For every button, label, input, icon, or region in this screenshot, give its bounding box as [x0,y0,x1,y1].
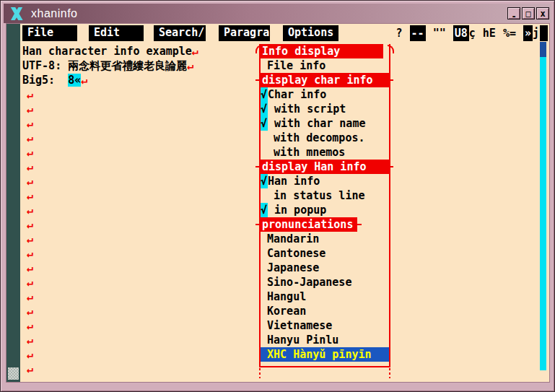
return-mark-icon: ↵ [27,160,33,173]
window-title: xhaninfo [31,7,78,20]
menu-section-pronunciations: pronunciations [261,217,357,232]
return-mark-icon: ↵ [27,362,33,375]
menu-section-info-display: Info display [261,44,383,58]
menu-item-korean[interactable]: Korean [261,304,389,318]
indicator-item[interactable]: "" [433,25,446,41]
menu-item-with-mnemos[interactable]: with mnemos [261,145,389,160]
right-scrollbar-thumb[interactable] [540,42,546,57]
indicator-item[interactable]: » [523,25,533,41]
menu-item-with-char-name[interactable]: √ with char name [261,116,389,131]
text-cursor [540,25,548,41]
menu-item-vietnamese[interactable]: Vietnamese [261,318,389,333]
menu-item-han-info[interactable]: √Han info [261,174,389,188]
menu-item-label: Sino-Japanese [261,276,351,289]
line-text: Han character info example [22,45,192,58]
close-button[interactable]: x [536,7,549,19]
return-mark-icon: ↵ [81,74,87,87]
menu-item-file-info[interactable]: File info [261,58,389,73]
menu-item-xhc-h-ny-p-ny-n[interactable]: XHC Hànyǔ pīnyīn [261,347,389,362]
menu-dashed-border [389,368,390,378]
client-area: FileEditSearch/ParagraOptions?--""U8çhE%… [6,24,549,382]
return-mark-icon: ↵ [27,204,33,217]
indicator-he[interactable]: hE [483,25,496,41]
menu-item-in-popup[interactable]: √ in popup [261,203,389,217]
menu-dashed-border [259,368,261,378]
menu-item-label: Han info [268,175,320,188]
menu-bar: FileEditSearch/ParagraOptions?--""U8çhE%… [20,24,549,42]
left-scrollbar-thumb[interactable] [8,367,19,380]
window-controls: -□x [507,7,549,19]
return-mark-icon: ↵ [27,103,33,116]
menu-item-hangul[interactable]: Hangul [261,289,389,304]
menu-item-mandarin[interactable]: Mandarin [261,232,389,246]
return-mark-icon: ↵ [27,131,33,144]
close-icon: x [540,9,545,18]
return-mark-icon: ↵ [27,305,33,318]
menu-item-with-decompos[interactable]: with decompos. [261,131,389,145]
menu-item-label: XHC Hànyǔ pīnyīn [261,348,372,361]
indicator-item[interactable]: ? [396,25,403,41]
menu-section-display-han-info: display Han info [261,160,389,174]
menu-item-sino-japanese[interactable]: Sino-Japanese [261,275,389,289]
checkmark-icon: √ [261,116,268,131]
menu-button-search[interactable]: Search/ [154,25,206,41]
menu-border-tick [389,79,393,81]
minimize-icon: - [511,12,516,21]
return-mark-icon: ↵ [27,319,33,332]
menu-button-options[interactable]: Options [283,25,338,41]
return-mark-icon: ↵ [192,45,198,58]
menu-button-file[interactable]: File [22,25,77,41]
menu-border-tick [255,224,260,225]
options-dropdown-menu: Info display File infodisplay char info√… [259,44,390,367]
line-text: Big5: [22,74,68,87]
menu-item-label: with char name [268,117,365,130]
menu-border-tick [255,166,260,167]
return-mark-icon: ↵ [27,218,33,231]
indicator-j[interactable]: j [533,25,539,41]
menu-item-cantonese[interactable]: Cantonese [261,246,389,261]
return-mark-icon: ↵ [27,146,33,159]
menu-border-tick [357,224,362,225]
menu-item-in-status-line[interactable]: in status line [261,188,389,203]
return-mark-icon: ↵ [27,88,33,101]
menu-item-label: Cantonese [261,247,325,260]
return-mark-icon: ↵ [27,117,33,130]
menu-item-label: Vietnamese [261,319,332,332]
checkmark-icon: √ [261,87,268,102]
menu-item-char-info[interactable]: √Char info [261,87,389,102]
menu-item-label: in status line [261,189,365,202]
menu-item-label: File info [261,59,325,72]
menu-item-hanyu-pinlu[interactable]: Hanyu Pinlu [261,333,389,347]
menu-button-edit[interactable]: Edit [89,25,144,41]
minimize-button[interactable]: - [507,7,520,19]
indicator-item[interactable]: -- [410,25,426,41]
right-scrollbar[interactable] [540,42,546,370]
return-mark-icon: ↵ [27,189,33,202]
titlebar[interactable]: xhaninfo -□x [4,4,551,23]
return-mark-icon: ↵ [27,247,33,260]
maximize-button[interactable]: □ [522,7,535,19]
return-mark-icon: ↵ [187,59,193,72]
menu-footer-line [261,366,389,367]
menu-item-japanese[interactable]: Japanese [261,261,389,275]
menu-border-tick [389,166,393,167]
maximize-icon: □ [525,9,530,18]
menu-item-with-script[interactable]: √ with script [261,102,389,116]
app-window: xhaninfo -□x FileEditSearch/ParagraOptio… [0,0,555,392]
menu-item-label: Japanese [261,261,319,274]
return-mark-icon: ↵ [27,175,33,188]
left-scrollbar[interactable] [6,24,20,382]
indicator-item[interactable]: %= [503,25,516,41]
menubar-indicators: ?--""U8çhE%=»j [389,25,549,41]
indicator-item[interactable]: ç [469,25,476,41]
return-mark-icon: ↵ [27,232,33,245]
indicator-u8[interactable]: U8 [453,25,469,41]
menu-item-label: Char info [268,88,326,101]
return-mark-icon: ↵ [27,276,33,289]
menu-items: Info display File infodisplay char info√… [261,44,389,362]
return-mark-icon: ↵ [27,348,33,361]
return-mark-icon: ↵ [27,261,33,274]
menu-item-label: in popup [268,204,326,217]
menu-button-paragra[interactable]: Paragra [219,25,270,41]
selection-highlight: 8« [68,74,81,87]
